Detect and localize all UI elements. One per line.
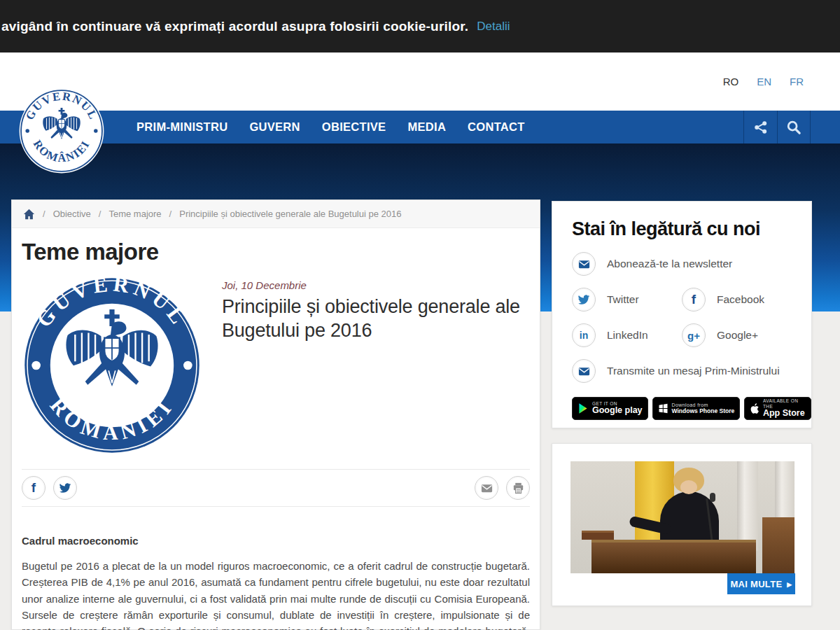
app-store-badge[interactable]: Available on the App Store (744, 397, 811, 420)
email-icon (480, 482, 493, 495)
book (582, 531, 614, 540)
breadcrumb-separator: / (99, 209, 102, 219)
facebook-icon-circle: f (682, 288, 706, 312)
search-button[interactable] (777, 111, 811, 144)
nav-item-contact[interactable]: CONTACT (468, 120, 525, 134)
main-navigation: PRIM-MINISTRU GUVERN OBIECTIVE MEDIA CON… (0, 111, 840, 144)
share-social-group: f (22, 476, 77, 500)
share-facebook-button[interactable]: f (22, 476, 46, 500)
apple-icon (750, 402, 760, 415)
email-article-button[interactable] (475, 476, 498, 500)
lang-ro[interactable]: RO (723, 76, 739, 88)
pm-photo[interactable] (570, 461, 794, 573)
badge-line2: Windows Phone Store (672, 408, 735, 414)
mai-multe-button[interactable]: MAI MULTE ▶ (727, 573, 795, 594)
home-icon[interactable] (23, 209, 35, 220)
app-badges: GET IT ON Google play Download from Wind… (572, 397, 792, 420)
twitter-label: Twitter (607, 293, 639, 306)
wooden-stand (762, 517, 794, 573)
envelope-icon (578, 258, 591, 271)
twitter-link[interactable]: Twitter (572, 288, 682, 312)
breadcrumb-separator: / (169, 209, 172, 219)
facebook-icon: f (692, 293, 696, 306)
breadcrumb: / Obiective / Teme majore / Principiile … (12, 200, 540, 228)
article-meta: Joi, 10 Decembrie Principiile și obiecti… (222, 277, 530, 458)
search-icon (786, 120, 802, 135)
mai-multe-label: MAI MULTE (730, 579, 782, 589)
language-switcher: RO EN FR (723, 76, 804, 88)
cookie-message: avigând în continuare vă exprimați acord… (1, 19, 468, 34)
newsletter-link[interactable]: Abonează-te la newsletter (572, 252, 792, 276)
nav-item-media[interactable]: MEDIA (407, 120, 446, 134)
breadcrumb-teme-majore[interactable]: Teme majore (108, 209, 161, 219)
breadcrumb-current-page: Principiile și obiectivele generale ale … (179, 209, 401, 219)
page-title: Teme majore (22, 239, 540, 265)
main-content: / Obiective / Teme majore / Principiile … (11, 200, 540, 630)
government-logo[interactable]: GUVERNUL ROMÂNIEI (19, 88, 104, 174)
sidebar-title: Stai în legătură cu noi (572, 218, 792, 240)
windows-icon (658, 403, 668, 414)
googleplus-label: Google+ (717, 329, 758, 342)
article-seal-image: GUVERNUL ROMÂNIEI (22, 277, 202, 458)
googleplus-link[interactable]: g+ Google+ (682, 323, 792, 347)
share-row: f (22, 469, 530, 507)
share-icon (753, 120, 769, 135)
facebook-link[interactable]: f Facebook (682, 288, 792, 312)
lang-en[interactable]: EN (757, 76, 771, 88)
print-article-button[interactable] (506, 476, 530, 500)
stay-connected-panel: Stai în legătură cu noi Abonează-te la n… (552, 201, 812, 428)
article-body: Bugetul pe 2016 a plecat de la un model … (22, 558, 530, 630)
message-pm-label: Transmite un mesaj Prim-Ministrului (607, 365, 780, 377)
breadcrumb-obiective[interactable]: Obiective (53, 209, 91, 219)
newsletter-label: Abonează-te la newsletter (607, 258, 732, 270)
nav-tools (743, 111, 811, 144)
badge-line2: App Store (763, 409, 806, 419)
site-header: RO EN FR (0, 52, 840, 111)
linkedin-label: LinkedIn (607, 329, 648, 342)
nav-item-guvern[interactable]: GUVERN (249, 120, 300, 134)
print-icon (512, 482, 525, 495)
nav-item-obiective[interactable]: OBIECTIVE (322, 120, 386, 134)
facebook-label: Facebook (717, 293, 764, 306)
windows-phone-badge[interactable]: Download from Windows Phone Store (652, 397, 741, 420)
nav-items: PRIM-MINISTRU GUVERN OBIECTIVE MEDIA CON… (136, 120, 525, 134)
twitter-icon-circle (572, 288, 596, 312)
twitter-icon (59, 482, 71, 494)
article-subheading: Cadrul macroeconomic (22, 535, 530, 547)
linkedin-icon-circle: in (572, 323, 596, 347)
google-play-icon (578, 402, 589, 414)
government-seal-large-icon: GUVERNUL ROMÂNIEI (24, 277, 200, 454)
googleplus-icon: g+ (687, 330, 700, 341)
article-header: GUVERNUL ROMÂNIEI Joi, 10 Decembrie Prin… (12, 277, 540, 458)
googleplus-icon-circle: g+ (682, 323, 706, 347)
badge-line1: Available on the (763, 398, 806, 408)
breadcrumb-separator: / (43, 209, 46, 219)
cookie-bar: avigând în continuare vă exprimați acord… (0, 0, 840, 52)
pm-promo-card: MAI MULTE ▶ (552, 443, 812, 606)
linkedin-link[interactable]: in LinkedIn (572, 323, 682, 347)
envelope-icon (578, 365, 591, 378)
speaker-face (680, 480, 697, 494)
government-seal-icon: GUVERNUL ROMÂNIEI (19, 88, 104, 174)
newsletter-icon-circle (572, 252, 596, 276)
message-pm-link[interactable]: Transmite un mesaj Prim-Ministrului (572, 359, 792, 383)
social-row-2: in LinkedIn g+ Google+ (572, 312, 792, 347)
linkedin-icon: in (580, 330, 588, 340)
cookie-details-link[interactable]: Detalii (477, 20, 510, 34)
social-row-1: Twitter f Facebook (572, 276, 792, 312)
microphone-head (710, 493, 715, 502)
article-date: Joi, 10 Decembrie (222, 279, 530, 291)
article-title: Principiile și obiectivele generale ale … (222, 295, 530, 343)
arrow-right-icon: ▶ (787, 581, 792, 588)
marble-column (737, 461, 758, 551)
badge-line2: Google play (592, 406, 643, 416)
share-button[interactable] (743, 111, 777, 144)
article-actions-group (475, 476, 530, 500)
share-twitter-button[interactable] (53, 476, 77, 500)
twitter-icon (578, 293, 590, 306)
nav-item-prim-ministru[interactable]: PRIM-MINISTRU (136, 120, 227, 134)
podium (592, 540, 756, 573)
google-play-badge[interactable]: GET IT ON Google play (572, 397, 648, 420)
lang-fr[interactable]: FR (790, 76, 804, 88)
message-icon-circle (572, 359, 596, 383)
